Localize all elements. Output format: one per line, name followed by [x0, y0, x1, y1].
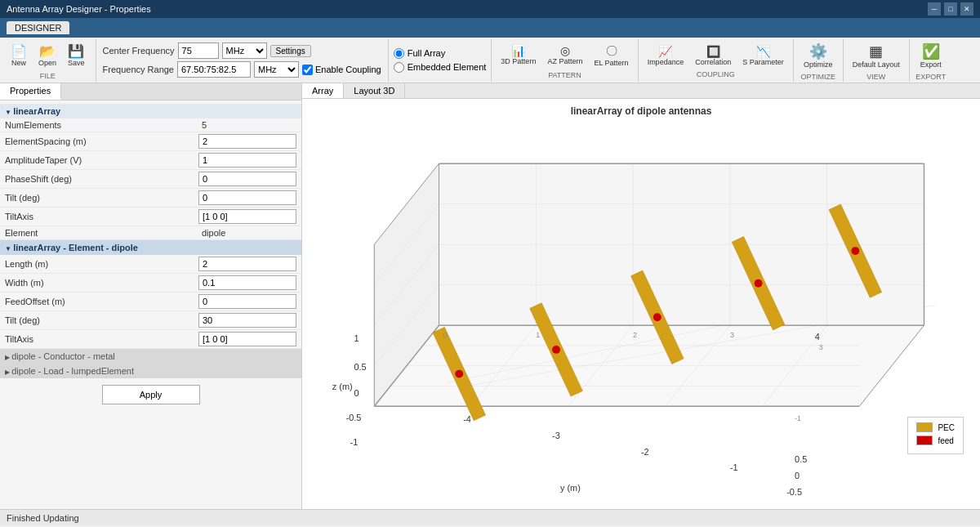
- input-area: Center Frequency MHz GHz Hz Settings Fre…: [96, 39, 389, 82]
- prop-value: dipole: [198, 228, 296, 238]
- prop-input[interactable]: [198, 209, 296, 224]
- prop-input[interactable]: [198, 134, 296, 149]
- prop-row: Tilt (deg): [0, 311, 301, 330]
- freq-range-input[interactable]: [177, 61, 251, 78]
- viewport-title: linearArray of dipole antennas: [571, 105, 712, 117]
- svg-text:2: 2: [633, 331, 637, 339]
- prop-input[interactable]: [198, 172, 296, 186]
- prop-label: Length (m): [5, 259, 198, 269]
- prop-input[interactable]: [198, 332, 296, 346]
- load-section[interactable]: dipole - Load - lumpedElement: [0, 364, 301, 378]
- prop-row: Elementdipole: [0, 226, 301, 240]
- prop-input[interactable]: [198, 190, 296, 205]
- element-fields: Length (m)Width (m)FeedOffset (m)Tilt (d…: [0, 255, 301, 349]
- freq-range-unit-select[interactable]: MHz GHz: [254, 61, 299, 78]
- array-tab[interactable]: Array: [302, 83, 344, 98]
- prop-input[interactable]: [198, 313, 296, 328]
- svg-text:0: 0: [443, 331, 447, 339]
- center-freq-input[interactable]: [178, 42, 219, 59]
- svg-point-40: [653, 313, 662, 321]
- maximize-button[interactable]: □: [944, 2, 957, 16]
- prop-label: PhaseShift (deg): [5, 174, 198, 184]
- prop-row: AmplitudeTaper (V): [0, 151, 301, 170]
- minimize-button[interactable]: ─: [928, 2, 941, 16]
- svg-text:-0.5: -0.5: [346, 413, 362, 422]
- settings-button[interactable]: Settings: [270, 45, 311, 57]
- center-freq-unit-select[interactable]: MHz GHz Hz: [222, 42, 267, 59]
- prop-row: Width (m): [0, 274, 301, 293]
- svg-text:3: 3: [730, 331, 734, 339]
- coupling-group-label: COUPLING: [697, 70, 735, 78]
- viewport-content: linearArray of dipole antennas: [302, 99, 980, 503]
- viewport: Array Layout 3D linearArray of dipole an…: [302, 83, 980, 509]
- conductor-section[interactable]: dipole - Conductor - metal: [0, 349, 301, 364]
- default-layout-button[interactable]: ▦ Default Layout: [849, 40, 904, 71]
- legend-feed-item: feed: [916, 435, 955, 445]
- prop-row: NumElements5: [0, 118, 301, 132]
- viewport-tabs: Array Layout 3D: [302, 83, 980, 99]
- open-button[interactable]: 📂 Open: [34, 41, 60, 69]
- optimize-group-label: OPTIMIZE: [800, 73, 835, 81]
- new-button[interactable]: 📄 New: [7, 41, 31, 69]
- coupling-buttons-group: 📈 Impedance 🔲 Correlation 📉 S Parameter …: [639, 39, 794, 82]
- view-group: ▦ Default Layout VIEW: [844, 39, 910, 82]
- prop-label: TiltAxis: [5, 334, 198, 344]
- enable-coupling-label: Enable Coupling: [302, 65, 381, 75]
- svg-text:-1: -1: [795, 414, 801, 422]
- pattern-btns: 📊 3D Pattern ◎ AZ Pattern 〇 EL Pattern P…: [497, 42, 632, 79]
- export-button[interactable]: ✅ Export: [915, 40, 947, 71]
- 3d-pattern-button[interactable]: 📊 3D Pattern: [497, 42, 540, 69]
- save-button[interactable]: 💾 Save: [64, 41, 89, 69]
- full-array-radio[interactable]: Full Array: [394, 48, 487, 59]
- prop-row: Length (m): [0, 255, 301, 274]
- svg-text:3: 3: [819, 343, 823, 351]
- prop-label: Width (m): [5, 278, 198, 288]
- center-freq-label: Center Frequency: [103, 46, 175, 56]
- svg-text:-4: -4: [463, 414, 471, 424]
- pattern-buttons-group: 📊 3D Pattern ◎ AZ Pattern 〇 EL Pattern P…: [492, 39, 638, 82]
- svg-point-42: [755, 279, 763, 288]
- s-parameter-button[interactable]: 📉 S Parameter: [738, 42, 788, 69]
- close-button[interactable]: ✕: [960, 2, 973, 16]
- layout3d-tab[interactable]: Layout 3D: [344, 83, 405, 98]
- optimize-button[interactable]: ⚙️ Optimize: [799, 40, 838, 71]
- embedded-element-radio[interactable]: Embedded Element: [394, 62, 487, 73]
- svg-point-36: [455, 370, 463, 378]
- properties-tab[interactable]: Properties: [0, 83, 61, 100]
- element-dipole-section[interactable]: linearArray - Element - dipole: [0, 240, 301, 255]
- svg-text:-1: -1: [730, 462, 738, 472]
- svg-text:0: 0: [795, 471, 800, 480]
- svg-text:0.5: 0.5: [354, 362, 367, 372]
- legend-pec-item: PEC: [916, 422, 955, 432]
- prop-input[interactable]: [198, 153, 296, 167]
- apply-button[interactable]: Apply: [102, 385, 200, 404]
- freq-range-label: Frequency Range: [103, 65, 174, 74]
- prop-input[interactable]: [198, 257, 296, 271]
- legend-feed-color: [916, 435, 933, 445]
- designer-tab[interactable]: DESIGNER: [7, 21, 69, 34]
- az-pattern-button[interactable]: ◎ AZ Pattern: [543, 42, 586, 69]
- freq-range-row: Frequency Range MHz GHz Enable Coupling: [103, 61, 381, 78]
- prop-row: FeedOffset (m): [0, 293, 301, 311]
- correlation-button[interactable]: 🔲 Correlation: [691, 42, 735, 69]
- svg-text:1: 1: [536, 331, 540, 339]
- toolbar: 📄 New 📂 Open 💾 Save FILE Center Frequenc…: [0, 38, 980, 83]
- legend-feed-label: feed: [938, 436, 953, 445]
- enable-coupling-checkbox[interactable]: [302, 65, 313, 75]
- export-group: ✅ Export EXPORT: [910, 39, 952, 82]
- prop-row: TiltAxis: [0, 208, 301, 226]
- linear-array-section[interactable]: linearArray: [0, 104, 301, 118]
- prop-input[interactable]: [198, 294, 296, 309]
- svg-text:4: 4: [815, 332, 820, 342]
- svg-point-44: [851, 247, 859, 255]
- prop-row: ElementSpacing (m): [0, 132, 301, 151]
- properties-panel: Properties linearArray NumElements5Eleme…: [0, 83, 302, 509]
- svg-text:y (m): y (m): [560, 483, 581, 493]
- prop-input[interactable]: [198, 275, 296, 290]
- impedance-button[interactable]: 📈 Impedance: [644, 42, 688, 69]
- svg-text:-3: -3: [552, 431, 560, 440]
- prop-row: Tilt (deg): [0, 189, 301, 208]
- svg-text:-0.5: -0.5: [786, 487, 802, 497]
- prop-label: FeedOffset (m): [5, 297, 198, 306]
- el-pattern-button[interactable]: 〇 EL Pattern: [590, 42, 632, 69]
